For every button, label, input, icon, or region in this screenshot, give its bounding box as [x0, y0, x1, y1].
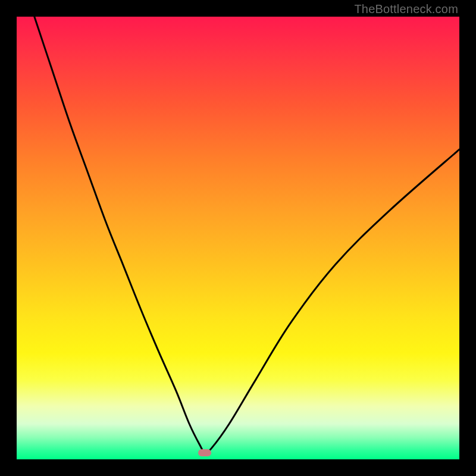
minimum-marker — [198, 449, 211, 456]
watermark-text: TheBottleneck.com — [354, 2, 458, 16]
bottleneck-curve — [35, 17, 459, 453]
curve-layer — [17, 17, 459, 459]
plot-area — [17, 17, 459, 459]
chart-frame: TheBottleneck.com — [0, 0, 476, 476]
